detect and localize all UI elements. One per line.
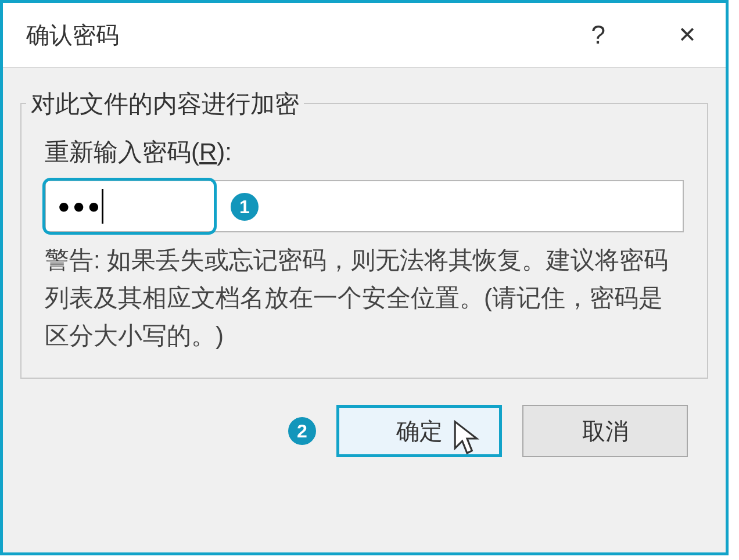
password-input[interactable]: [45, 180, 684, 232]
mouse-cursor-icon: [453, 418, 482, 459]
dialog-content: 对此文件的内容进行加密 重新输入密码(R): 1 警告: 如果丢失或忘记密码，则…: [3, 68, 726, 457]
label-hotkey: R: [199, 138, 217, 166]
ok-button-label: 确定: [396, 418, 443, 444]
close-icon[interactable]: ✕: [663, 16, 711, 53]
button-row: 2 确定 取消: [20, 379, 708, 457]
label-prefix: 重新输入密码(: [45, 138, 199, 166]
dialog-title: 确认密码: [26, 19, 580, 51]
password-label: 重新输入密码(R):: [45, 136, 684, 168]
ok-button[interactable]: 确定: [336, 405, 502, 457]
titlebar-controls: ? ✕: [580, 15, 711, 55]
confirm-password-dialog: 确认密码 ? ✕ 对此文件的内容进行加密 重新输入密码(R): 1 警告: 如果…: [0, 0, 729, 555]
titlebar: 确认密码 ? ✕: [3, 3, 726, 68]
password-input-row: 1: [45, 180, 684, 232]
groupbox-title: 对此文件的内容进行加密: [26, 88, 304, 120]
help-icon[interactable]: ?: [580, 15, 617, 55]
annotation-badge-2: 2: [288, 417, 316, 445]
label-suffix: ):: [217, 138, 232, 166]
annotation-badge-1: 1: [231, 193, 259, 221]
encrypt-groupbox: 对此文件的内容进行加密 重新输入密码(R): 1 警告: 如果丢失或忘记密码，则…: [20, 103, 708, 379]
warning-text: 警告: 如果丢失或忘记密码，则无法将其恢复。建议将密码列表及其相应文档名放在一个…: [45, 241, 684, 354]
cancel-button[interactable]: 取消: [522, 405, 688, 457]
